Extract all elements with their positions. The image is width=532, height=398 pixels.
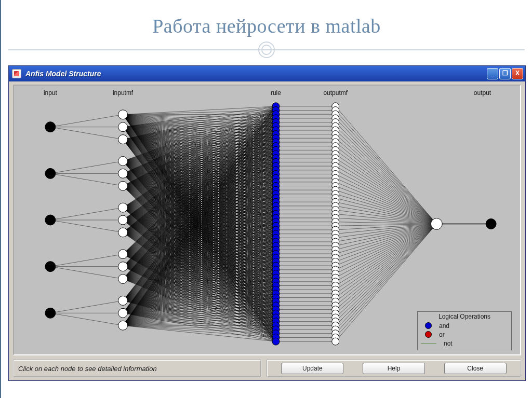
svg-line-984 [336, 142, 437, 224]
svg-line-981 [336, 130, 437, 224]
svg-line-982 [336, 134, 437, 224]
svg-text:rule: rule [271, 89, 281, 97]
svg-line-1029 [336, 224, 437, 321]
svg-line-988 [336, 158, 437, 224]
svg-line-75 [123, 106, 276, 127]
svg-point-1050 [118, 250, 128, 259]
svg-line-987 [336, 154, 437, 224]
svg-point-1177 [486, 219, 496, 229]
window-title: Anfis Model Structure [25, 70, 487, 78]
svg-point-1044 [118, 156, 128, 166]
svg-line-1022 [336, 224, 437, 293]
svg-point-1176 [431, 218, 442, 230]
svg-line-2 [50, 127, 123, 140]
svg-line-980 [336, 126, 437, 224]
svg-line-1025 [336, 224, 437, 305]
slide-decoration-circles [257, 40, 276, 59]
svg-line-1027 [336, 224, 437, 313]
svg-text:outputmf: outputmf [323, 89, 348, 97]
svg-point-1036 [45, 122, 56, 132]
svg-point-1042 [118, 122, 128, 132]
svg-line-991 [336, 170, 437, 224]
maximize-button[interactable]: ❐ [499, 68, 511, 79]
svg-point-1045 [118, 169, 128, 178]
svg-line-78 [123, 118, 276, 127]
svg-line-8 [50, 220, 123, 232]
svg-point-1175 [332, 338, 339, 345]
legend-or-swatch [425, 331, 432, 338]
svg-line-1014 [336, 224, 437, 262]
svg-line-978 [336, 118, 437, 224]
svg-line-911 [123, 325, 276, 330]
svg-line-16 [123, 111, 276, 115]
matlab-window: Anfis Model Structure _ ❐ X inputinputmf… [8, 65, 526, 381]
svg-line-11 [50, 267, 123, 279]
svg-line-0 [50, 115, 123, 127]
svg-line-997 [336, 194, 437, 224]
svg-point-1039 [45, 262, 56, 272]
svg-line-914 [123, 325, 276, 341]
svg-point-1051 [118, 262, 128, 271]
help-button[interactable]: Help [363, 363, 425, 374]
svg-text:input: input [44, 89, 58, 97]
legend-and-swatch [425, 322, 432, 329]
svg-point-1048 [118, 215, 128, 225]
svg-line-995 [336, 186, 437, 224]
svg-text:output: output [474, 89, 491, 97]
svg-line-9 [50, 254, 123, 267]
svg-point-1041 [118, 110, 128, 119]
svg-line-14 [50, 313, 123, 325]
legend-and-label: and [439, 322, 449, 330]
svg-point-1046 [118, 181, 128, 190]
svg-line-992 [336, 174, 437, 224]
legend-not-swatch [421, 343, 436, 344]
svg-point-1037 [45, 168, 56, 179]
svg-line-1012 [336, 224, 437, 254]
svg-point-1043 [118, 135, 128, 144]
svg-line-1020 [336, 224, 437, 285]
svg-point-1040 [45, 308, 56, 318]
minimize-button[interactable]: _ [487, 68, 498, 79]
svg-line-1028 [336, 224, 437, 318]
update-button[interactable]: Update [281, 363, 343, 374]
svg-point-1049 [118, 228, 128, 237]
legend-not-label: not [444, 340, 453, 347]
close-button[interactable]: Close [444, 363, 507, 374]
svg-point-1052 [118, 275, 128, 284]
svg-text:inputmf: inputmf [113, 89, 134, 97]
slide-title: Работа нейросети в matlab [1, 0, 532, 42]
svg-line-6 [50, 208, 123, 220]
svg-line-1018 [336, 224, 437, 278]
network-canvas[interactable]: inputinputmfruleoutputmfoutput Logical O… [13, 85, 521, 355]
svg-line-3 [50, 161, 123, 173]
titlebar[interactable]: Anfis Model Structure _ ❐ X [9, 66, 525, 81]
bottom-bar: Click on each node to see detailed infor… [13, 360, 521, 377]
legend-title: Logical Operations [421, 313, 508, 320]
legend-or-label: or [439, 331, 445, 338]
svg-line-1015 [336, 224, 437, 266]
svg-line-1021 [336, 224, 437, 290]
svg-point-1047 [118, 203, 128, 212]
svg-line-12 [50, 300, 123, 313]
svg-line-977 [336, 114, 437, 224]
svg-line-15 [123, 106, 276, 115]
svg-line-912 [123, 325, 276, 334]
svg-line-975 [336, 106, 437, 224]
svg-line-5 [50, 173, 123, 186]
svg-point-1115 [272, 338, 280, 345]
svg-point-1038 [45, 215, 56, 225]
window-close-button[interactable]: X [512, 68, 523, 79]
svg-line-989 [336, 162, 437, 224]
svg-point-1053 [118, 296, 128, 305]
button-group: Update Help Close [267, 360, 521, 377]
svg-line-1017 [336, 224, 437, 273]
svg-point-1055 [118, 321, 128, 330]
hint-box: Click on each node to see detailed infor… [13, 360, 261, 377]
svg-point-1054 [118, 308, 128, 318]
matlab-icon [12, 69, 21, 78]
legend-panel: Logical Operations and or not [417, 311, 512, 350]
svg-line-994 [336, 182, 437, 224]
